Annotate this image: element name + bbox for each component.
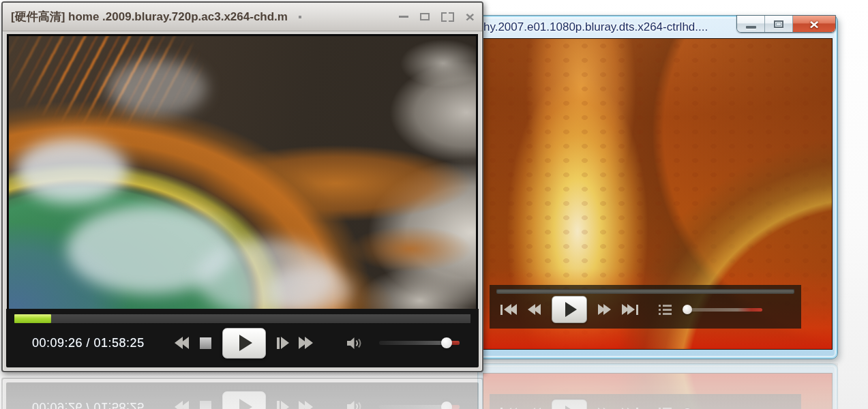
minimize-icon [746, 26, 756, 29]
caption-button-group-left: × [399, 10, 474, 24]
playlist-icon [659, 305, 672, 307]
stop-button[interactable] [200, 337, 211, 349]
step-forward-button[interactable] [277, 337, 289, 349]
volume-slider-left[interactable] [379, 341, 460, 345]
titlebar-right[interactable]: hy.2007.e01.1080p.bluray.dts.x264-ctrlhd… [483, 16, 728, 38]
steam-cloud [16, 138, 128, 203]
close-button[interactable]: × [793, 16, 835, 32]
play-button[interactable] [222, 328, 266, 359]
speaker-icon[interactable] [346, 336, 363, 350]
playback-controls-right [490, 285, 801, 329]
close-icon: × [809, 17, 819, 31]
minimize-button[interactable] [737, 16, 765, 32]
volume-slider-right[interactable] [684, 305, 762, 315]
steam-cloud [108, 60, 207, 116]
volume-fill [379, 341, 447, 345]
volume-fill [684, 308, 687, 312]
seek-bar-fill [14, 314, 51, 323]
play-icon [239, 335, 252, 351]
desktop: hy.2007.e01.1080p.bluray.dts.x264-ctrlhd… [0, 0, 868, 409]
minimize-button[interactable] [399, 16, 408, 18]
volume-control-left [346, 336, 468, 350]
maximize-button[interactable] [765, 16, 793, 32]
fast-forward-button[interactable] [299, 337, 313, 349]
transport-buttons [175, 328, 313, 359]
seek-bar-left[interactable] [14, 314, 470, 323]
video-canvas-left[interactable] [7, 34, 478, 311]
play-button[interactable] [552, 296, 587, 323]
time-display: 00:09:26 / 01:58:25 [32, 336, 145, 350]
rewind-button[interactable] [528, 304, 541, 315]
window-title-right: hy.2007.e01.1080p.bluray.dts.x264-ctrlhd… [483, 20, 708, 34]
previous-button[interactable] [500, 304, 517, 315]
maximize-icon [774, 20, 783, 28]
play-icon [565, 302, 577, 317]
video-canvas-right[interactable] [483, 38, 833, 350]
control-panel-left: 00:09:26 / 01:58:25 [6, 309, 479, 367]
previous-icon [500, 305, 503, 315]
player-window-left: [硬件高清] home .2009.bluray.720p.ac3.x264-c… [1, 1, 483, 372]
next-button[interactable] [622, 304, 638, 315]
playlist-button[interactable] [659, 305, 672, 315]
caption-button-group: × [736, 15, 836, 33]
window-title-left: [硬件高清] home .2009.bluray.720p.ac3.x264-c… [11, 9, 288, 25]
volume-track [684, 308, 762, 312]
rewind-button[interactable] [175, 337, 189, 349]
titlebar-left[interactable]: [硬件高清] home .2009.bluray.720p.ac3.x264-c… [3, 3, 482, 31]
fullscreen-button[interactable] [441, 12, 454, 22]
close-button[interactable]: × [465, 10, 474, 24]
volume-knob[interactable] [683, 305, 692, 314]
pin-dot-icon [299, 16, 301, 18]
volume-knob[interactable] [441, 337, 452, 348]
steam-cloud [267, 267, 352, 311]
step-forward-icon [277, 337, 280, 349]
fast-forward-button[interactable] [598, 304, 611, 315]
player-window-right: hy.2007.e01.1080p.bluray.dts.x264-ctrlhd… [477, 15, 838, 359]
maximize-button[interactable] [420, 13, 430, 20]
seek-bar-right[interactable] [496, 289, 794, 294]
